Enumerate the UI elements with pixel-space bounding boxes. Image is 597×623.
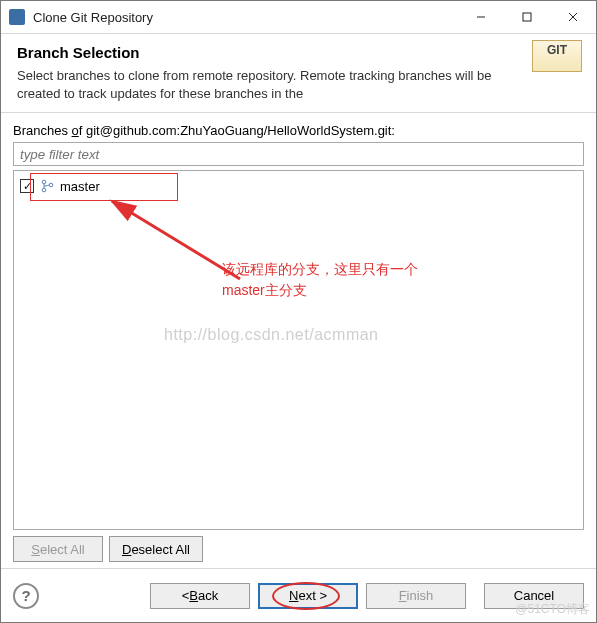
- branch-item-master[interactable]: ✓ master: [20, 175, 577, 197]
- select-all-button[interactable]: Select All: [13, 536, 103, 562]
- svg-rect-1: [523, 13, 531, 21]
- corner-watermark: @51CTO博客: [515, 601, 590, 618]
- watermark: http://blog.csdn.net/acmman: [164, 326, 379, 344]
- header-panel: Branch Selection Select branches to clon…: [1, 34, 596, 112]
- next-button[interactable]: Next >: [258, 583, 358, 609]
- content-area: Branches of git@github.com:ZhuYaoGuang/H…: [1, 113, 596, 568]
- branch-tree[interactable]: ✓ master 该远程库的分支，这里只有一个 master主分支 http:/…: [13, 170, 584, 530]
- app-icon: [9, 9, 25, 25]
- deselect-all-button[interactable]: Deselect All: [109, 536, 203, 562]
- branch-name: master: [60, 179, 100, 194]
- maximize-button[interactable]: [504, 1, 550, 33]
- annotation-arrow: [100, 193, 260, 303]
- annotation-text: 该远程库的分支，这里只有一个 master主分支: [222, 259, 418, 301]
- page-description: Select branches to clone from remote rep…: [17, 67, 497, 102]
- page-title: Branch Selection: [17, 44, 580, 61]
- git-icon: GIT: [532, 40, 582, 72]
- branch-checkbox[interactable]: ✓: [20, 179, 34, 193]
- minimize-button[interactable]: [458, 1, 504, 33]
- filter-input[interactable]: [13, 142, 584, 166]
- branches-label: Branches of git@github.com:ZhuYaoGuang/H…: [13, 123, 584, 138]
- window-controls: [458, 1, 596, 33]
- window-title: Clone Git Repository: [33, 10, 458, 25]
- svg-point-6: [49, 183, 53, 187]
- titlebar: Clone Git Repository: [1, 1, 596, 33]
- svg-point-4: [42, 180, 46, 184]
- help-icon[interactable]: ?: [13, 583, 39, 609]
- wizard-footer: ? < Back Next > Finish Cancel: [1, 568, 596, 622]
- branch-icon: [40, 179, 54, 193]
- close-button[interactable]: [550, 1, 596, 33]
- finish-button[interactable]: Finish: [366, 583, 466, 609]
- selection-buttons: Select All Deselect All: [13, 536, 584, 562]
- svg-line-7: [112, 201, 240, 279]
- back-button[interactable]: < Back: [150, 583, 250, 609]
- svg-point-5: [42, 188, 46, 192]
